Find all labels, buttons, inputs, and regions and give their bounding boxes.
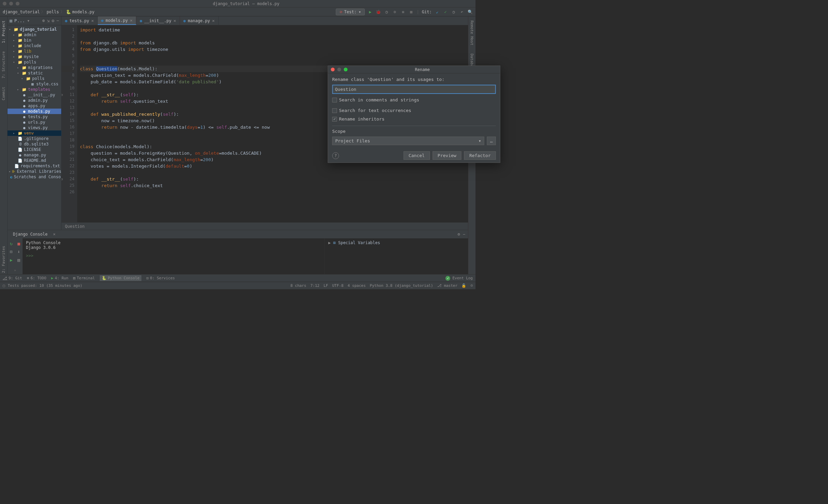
hide-icon[interactable]: − (463, 232, 465, 237)
tree-item[interactable]: ▦style.css (8, 81, 61, 87)
tree-item[interactable]: ●views.py (8, 125, 61, 130)
tree-item[interactable]: 📄LICENSE (8, 147, 61, 152)
stop-icon[interactable]: ■ (409, 9, 414, 15)
tree-item[interactable]: ●tests.py (8, 114, 61, 120)
download-icon[interactable]: ⬇ (16, 249, 22, 255)
gear-icon[interactable]: ⚙ (52, 18, 54, 23)
rerun-icon[interactable]: ↻ (8, 240, 14, 247)
commit-icon[interactable]: ✓ (443, 9, 448, 15)
run-config-selector[interactable]: ⊘ Test: ▾ (336, 9, 365, 15)
git-tool-button[interactable]: ⎇ 9: Git (3, 276, 22, 280)
tree-item[interactable]: 📄README.md (8, 158, 61, 163)
scope-select[interactable]: Project Files ▾ (332, 137, 476, 145)
project-tool-button[interactable]: 1: Project (1, 19, 6, 44)
breadcrumb-part[interactable]: polls (46, 10, 59, 14)
commit-tool-button[interactable]: Commit (1, 85, 6, 102)
tree-item[interactable]: ●manage.py (8, 152, 61, 158)
stop-icon[interactable]: ■ (16, 240, 22, 247)
toggle-icon[interactable]: ⊟ (8, 249, 14, 255)
tree-item[interactable]: ▸📁admin (8, 32, 61, 38)
console-variables[interactable]: ▶ ⊞ Special Variables (325, 238, 468, 274)
run-icon[interactable]: ▶ (368, 9, 373, 15)
tree-item[interactable]: ▸📁templates (8, 87, 61, 92)
profile-icon[interactable]: ⊙ (392, 9, 398, 15)
status-inspection-icon[interactable]: ☺ (470, 283, 473, 288)
expand-icon[interactable]: ⇲ (47, 18, 50, 23)
tree-item[interactable]: ▾📁polls (8, 59, 61, 65)
services-tool-button[interactable]: ⊡ 0: Services (146, 276, 175, 280)
project-tree[interactable]: ▾📁django_tutorial▸📁admin▸📁bin▸📁include▸📁… (8, 25, 61, 230)
status-indicator-icon[interactable]: ▢ (3, 283, 5, 288)
terminal-tool-button[interactable]: ▤ Terminal (73, 276, 95, 280)
rename-inheritors-checkbox[interactable] (332, 117, 337, 122)
window-minimize-icon[interactable] (9, 2, 13, 5)
project-selector[interactable]: P... (14, 18, 25, 23)
rename-input[interactable] (332, 85, 476, 94)
editor-tab[interactable]: ●tests.py× (61, 16, 98, 25)
tab-close-icon[interactable]: × (174, 18, 176, 23)
expand-arrow-icon[interactable]: ▶ (328, 240, 331, 245)
tab-close-icon[interactable]: × (91, 18, 94, 23)
tree-ext-lib[interactable]: ▸⊪External Libraries (8, 169, 61, 174)
debug-icon[interactable]: 🐞 (376, 9, 381, 15)
tab-close-icon[interactable]: × (212, 18, 215, 23)
preview-button[interactable]: Preview (432, 151, 461, 160)
tree-item[interactable]: ▾📁polls (8, 76, 61, 81)
history-icon[interactable]: ◷ (451, 9, 456, 15)
window-close-icon[interactable] (3, 2, 6, 5)
tree-item[interactable]: ▸📁include (8, 43, 61, 48)
help-icon[interactable]: ? (332, 152, 339, 159)
breadcrumb-part[interactable]: django_tutorial (3, 10, 40, 14)
search-icon[interactable]: 🔍 (467, 9, 473, 15)
tree-item[interactable]: ●admin.py (8, 98, 61, 103)
tree-item[interactable]: ▸📁migrations (8, 65, 61, 70)
status-position[interactable]: 7:12 (310, 283, 320, 288)
tree-item[interactable]: ▸📁lib (8, 48, 61, 54)
tree-item[interactable]: ●urls.py (8, 120, 61, 125)
tree-item[interactable]: 📄.gitignore (8, 136, 61, 141)
status-interpreter[interactable]: Python 3.8 (django_tutorial) (370, 283, 433, 288)
status-indent[interactable]: 4 spaces (348, 283, 366, 288)
tree-item[interactable]: ●__init__.py (8, 92, 61, 98)
editor-tab[interactable]: ●models.py× (98, 16, 136, 25)
window-zoom-icon[interactable] (16, 2, 19, 5)
run-icon[interactable]: ▶ (8, 257, 14, 263)
concurrency-icon[interactable]: ≡ (400, 9, 406, 15)
tree-scratches[interactable]: ◐Scratches and Consoles (8, 174, 61, 180)
tree-item[interactable]: ▸📁mysite (8, 54, 61, 59)
tab-close-icon[interactable]: × (53, 232, 55, 237)
django-console-tab[interactable]: Django Console (10, 231, 50, 237)
tree-item[interactable]: ●apps.py (8, 103, 61, 109)
gutter[interactable]: 12345678910⊖11121314151617181920212223⊖2… (61, 25, 77, 222)
todo-tool-button[interactable]: ≡ 6: TODO (27, 276, 46, 280)
status-readonly-icon[interactable]: 🔓 (461, 283, 466, 288)
tree-item[interactable]: ▸📁bin (8, 38, 61, 43)
event-log-button[interactable]: Event Log (452, 276, 473, 280)
search-text-checkbox[interactable] (332, 108, 337, 113)
update-project-icon[interactable]: ↙ (434, 9, 440, 15)
python-console-tool-button[interactable]: 🐍 Python Console (100, 275, 142, 281)
search-comments-checkbox[interactable] (332, 98, 337, 102)
dialog-close-icon[interactable] (331, 68, 335, 71)
console-icon[interactable]: ▤ (16, 257, 22, 263)
breadcrumb-part[interactable]: models.py (72, 10, 95, 14)
tree-item[interactable]: ▾📁static (8, 70, 61, 76)
status-lineending[interactable]: LF (323, 283, 328, 288)
editor-breadcrumb[interactable]: Question (61, 222, 468, 230)
rollback-icon[interactable]: ↶ (459, 9, 465, 15)
select-file-icon[interactable]: ⊕ (42, 18, 45, 23)
tree-item[interactable]: 🛢db.sqlite3 (8, 141, 61, 147)
refactor-button[interactable]: Refactor (464, 151, 475, 160)
tree-root[interactable]: ▾📁django_tutorial (8, 27, 61, 32)
breadcrumb-class[interactable]: Question (65, 224, 85, 229)
console-output[interactable]: Python Console Django 3.0.6 >>> (23, 238, 325, 274)
tab-close-icon[interactable]: × (130, 18, 133, 23)
tree-item[interactable]: 📄requirements.txt (8, 163, 61, 169)
gear-icon[interactable]: ⚙ (458, 232, 460, 237)
tree-item[interactable]: ●models.py (8, 109, 61, 114)
editor-tab[interactable]: ●manage.py× (180, 16, 219, 25)
hide-icon[interactable]: − (56, 18, 59, 23)
tree-item[interactable]: ▸📁venv (8, 130, 61, 136)
run-tool-button[interactable]: ▶ 4: Run (51, 276, 68, 280)
structure-tool-button[interactable]: 7: Structure (1, 50, 6, 80)
